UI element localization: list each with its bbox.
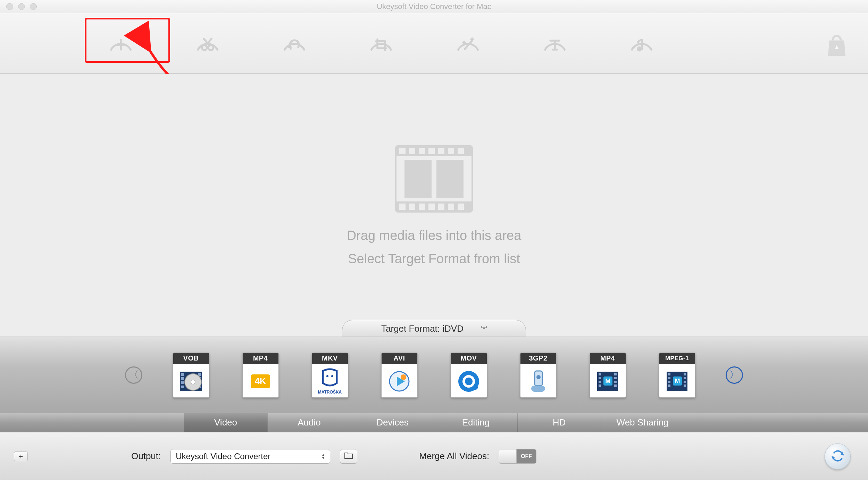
svg-rect-69 [614,384,617,387]
format-list: VOB MP4 4K MKV MATROŠKA AVI [173,353,695,398]
zoom-window-button[interactable] [30,3,37,10]
tab-audio[interactable]: Audio [267,413,351,432]
svg-rect-59 [531,386,545,392]
merge-toggle[interactable]: OFF [499,449,536,464]
formats-prev-button[interactable]: 〈 [125,366,142,384]
svg-rect-21 [399,148,406,154]
formats-next-button[interactable]: 〉 [726,366,743,384]
category-tabs: Video Audio Devices Editing HD Web Shari… [0,413,868,432]
window-title: Ukeysoft Video Converter for Mac [0,2,868,11]
add-small-button[interactable]: ＋ [14,452,28,461]
stepper-icon: ▲▼ [321,453,325,460]
audio-arc-icon [628,33,655,53]
chevron-down-double-icon: ︾ [481,324,487,333]
svg-rect-74 [668,377,670,379]
svg-point-60 [536,375,541,379]
folder-icon [344,452,353,461]
effects-button[interactable] [451,30,484,56]
tab-editing[interactable]: Editing [434,413,517,432]
svg-rect-38 [181,381,184,384]
svg-rect-25 [438,148,444,154]
subtitle-button[interactable] [538,30,571,56]
film-m-icon: M [590,364,626,397]
svg-rect-80 [684,384,686,387]
svg-point-53 [401,374,406,380]
svg-point-56 [465,378,473,385]
format-head: AVI [382,353,417,364]
svg-rect-19 [404,160,432,198]
format-item-mp4[interactable]: MP4 M [590,353,626,398]
filmstrip-icon [394,144,474,215]
crop-button[interactable] [365,30,398,56]
minimize-window-button[interactable] [18,3,25,10]
open-output-folder-button[interactable] [340,449,357,464]
svg-rect-63 [599,377,601,379]
tab-web-sharing[interactable]: Web Sharing [601,413,684,432]
svg-rect-28 [399,204,406,210]
convert-arrows-icon [830,448,845,465]
4k-badge-icon: 4K [243,364,278,397]
svg-rect-22 [409,148,415,154]
svg-rect-20 [436,160,464,198]
shopping-bag-icon [827,34,847,59]
plus-arc-icon [107,33,134,53]
phone-icon [520,364,556,397]
convert-button[interactable] [825,443,851,469]
format-item-mpeg1[interactable]: MPEG-1 M [659,353,695,398]
svg-rect-34 [458,204,464,210]
audio-button[interactable] [625,30,658,56]
rotate-arc-icon [281,33,308,53]
quicktime-icon [451,364,487,397]
svg-rect-31 [428,204,435,210]
format-item-3gp2[interactable]: 3GP2 [520,353,557,398]
svg-rect-67 [614,377,617,379]
format-head: MP4 [590,353,626,364]
output-path-select[interactable]: Ukeysoft Video Converter ▲▼ [170,449,330,464]
close-window-button[interactable] [6,3,13,10]
format-item-mkv[interactable]: MKV MATROŠKA [312,353,348,398]
svg-rect-76 [668,384,670,387]
svg-text:M: M [675,378,680,384]
scissors-arc-icon [194,33,221,53]
disc-film-icon [173,364,209,397]
tab-label: Audio [298,417,321,428]
titlebar: Ukeysoft Video Converter for Mac [0,0,868,13]
format-item-mp4-4k[interactable]: MP4 4K [242,353,279,398]
trim-button[interactable] [191,30,224,56]
svg-rect-26 [448,148,454,154]
format-head: MOV [451,353,487,364]
format-head: VOB [173,353,209,364]
format-item-vob[interactable]: VOB [173,353,209,398]
tab-label: HD [553,417,566,428]
svg-rect-39 [181,386,184,388]
tab-hd[interactable]: HD [517,413,601,432]
rotate-button[interactable] [278,30,311,56]
svg-rect-68 [614,381,617,383]
svg-rect-73 [668,373,670,375]
text-arc-icon [541,33,568,53]
svg-rect-33 [448,204,454,210]
svg-rect-77 [684,373,686,375]
svg-point-45 [191,380,195,384]
chevron-right-icon: 〉 [729,368,740,382]
add-file-button[interactable] [104,30,137,56]
output-path-value: Ukeysoft Video Converter [176,452,270,461]
drop-zone[interactable]: Drag media files into this area Select T… [0,74,868,337]
tab-devices[interactable]: Devices [351,413,434,432]
svg-text:4K: 4K [254,376,266,386]
toggle-knob [499,449,517,463]
store-button[interactable] [825,32,849,60]
tab-video[interactable]: Video [184,413,267,432]
svg-rect-66 [614,373,617,375]
svg-rect-24 [428,148,435,154]
matroska-icon: MATROŠKA [312,364,348,397]
window-controls [6,3,37,10]
svg-rect-78 [684,377,686,379]
svg-rect-32 [438,204,444,210]
format-item-avi[interactable]: AVI [381,353,418,398]
svg-rect-27 [458,148,464,154]
tab-label: Web Sharing [617,417,669,428]
format-item-mov[interactable]: MOV [451,353,487,398]
svg-rect-79 [684,381,686,383]
target-format-tab[interactable]: Target Format: iDVD ︾ [342,320,526,337]
